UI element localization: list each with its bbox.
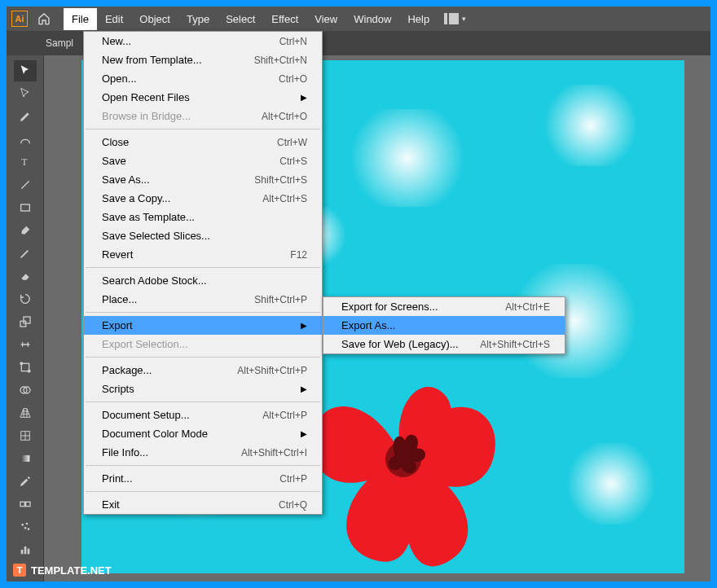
file-menu-save-a-copy[interactable]: Save a Copy...Alt+Ctrl+S	[84, 189, 322, 208]
svg-rect-16	[20, 502, 24, 506]
svg-point-9	[28, 370, 30, 372]
file-menu-save[interactable]: SaveCtrl+S	[84, 151, 322, 170]
file-menu-browse-in-bridge: Browse in Bridge...Alt+Ctrl+O	[84, 107, 322, 125]
file-menu-new[interactable]: New...Ctrl+N	[84, 32, 322, 50]
menu-object[interactable]: Object	[131, 8, 178, 30]
watermark-text: TEMPLATE.NET	[31, 564, 112, 577]
file-menu-file-info[interactable]: File Info...Alt+Shift+Ctrl+I	[84, 443, 322, 462]
home-button[interactable]	[34, 9, 54, 29]
file-menu-save-selected-slices[interactable]: Save Selected Slices...	[84, 226, 322, 245]
svg-rect-0	[444, 13, 447, 24]
svg-rect-22	[20, 550, 23, 554]
menu-type[interactable]: Type	[178, 8, 218, 30]
perspective-grid-tool[interactable]	[14, 402, 37, 423]
svg-rect-17	[25, 502, 29, 506]
paintbrush-tool[interactable]	[14, 220, 37, 241]
svg-rect-1	[449, 13, 459, 24]
svg-rect-6	[24, 317, 30, 323]
svg-rect-15	[20, 455, 29, 462]
file-menu-close[interactable]: CloseCtrl+W	[84, 133, 322, 151]
menu-help[interactable]: Help	[399, 8, 438, 30]
file-menu-new-from-template[interactable]: New from Template...Shift+Ctrl+N	[84, 50, 322, 69]
chevron-right-icon: ▶	[301, 93, 307, 102]
eyedropper-tool[interactable]	[14, 471, 37, 492]
export-submenu-save-for-web-legacy[interactable]: Save for Web (Legacy)...Alt+Shift+Ctrl+S	[323, 335, 565, 353]
column-graph-tool[interactable]	[14, 539, 37, 560]
chevron-right-icon: ▶	[301, 384, 307, 393]
file-menu-export-selection: Export Selection...	[84, 335, 322, 353]
file-menu-revert[interactable]: RevertF12	[84, 245, 322, 264]
svg-rect-23	[24, 546, 26, 554]
svg-rect-24	[27, 549, 29, 555]
export-submenu-export-as[interactable]: Export As...	[323, 316, 565, 335]
watermark-icon: T	[13, 564, 26, 577]
file-menu-document-setup[interactable]: Document Setup...Alt+Ctrl+P	[84, 406, 322, 424]
direct-selection-tool[interactable]	[14, 83, 37, 104]
menu-select[interactable]: Select	[218, 8, 263, 30]
rotate-tool[interactable]	[14, 288, 37, 309]
tool-panel: T	[7, 55, 44, 581]
file-menu-open-recent-files[interactable]: Open Recent Files▶	[84, 88, 322, 107]
selection-tool[interactable]	[14, 60, 37, 81]
svg-point-19	[25, 523, 28, 525]
menu-edit[interactable]: Edit	[97, 8, 131, 30]
file-menu-place[interactable]: Place...Shift+Ctrl+P	[84, 290, 322, 309]
file-menu-dropdown: New...Ctrl+NNew from Template...Shift+Ct…	[83, 31, 323, 515]
mesh-tool[interactable]	[14, 425, 37, 446]
gradient-tool[interactable]	[14, 448, 37, 469]
svg-point-21	[27, 528, 29, 530]
document-tab[interactable]: Sampl	[46, 37, 73, 49]
file-menu-exit[interactable]: ExitCtrl+Q	[84, 495, 322, 514]
scale-tool[interactable]	[14, 311, 37, 332]
curvature-tool[interactable]	[14, 129, 37, 150]
svg-point-8	[20, 362, 23, 365]
menu-view[interactable]: View	[306, 8, 345, 30]
blend-tool[interactable]	[14, 494, 37, 515]
pencil-tool[interactable]	[14, 243, 37, 264]
free-transform-tool[interactable]	[14, 357, 37, 378]
file-menu-export[interactable]: Export▶	[84, 316, 322, 335]
file-menu-scripts[interactable]: Scripts▶	[84, 380, 322, 398]
file-menu-package[interactable]: Package...Alt+Shift+Ctrl+P	[84, 361, 322, 380]
menu-effect[interactable]: Effect	[263, 8, 306, 30]
svg-text:T: T	[21, 156, 28, 168]
menu-file[interactable]: File	[64, 8, 97, 30]
app-logo: Ai	[11, 11, 28, 27]
file-menu-save-as-template[interactable]: Save as Template...	[84, 208, 322, 226]
chevron-right-icon: ▶	[301, 321, 307, 330]
pen-tool[interactable]	[14, 106, 37, 127]
file-menu-save-as[interactable]: Save As...Shift+Ctrl+S	[84, 170, 322, 189]
export-submenu-export-for-screens[interactable]: Export for Screens...Alt+Ctrl+E	[323, 297, 565, 316]
export-submenu: Export for Screens...Alt+Ctrl+EExport As…	[323, 296, 565, 354]
file-menu-search-adobe-stock[interactable]: Search Adobe Stock...	[84, 271, 322, 290]
svg-line-3	[21, 181, 29, 188]
type-tool[interactable]: T	[14, 151, 37, 173]
svg-rect-4	[20, 204, 29, 211]
symbol-sprayer-tool[interactable]	[14, 516, 37, 538]
line-tool[interactable]	[14, 174, 37, 195]
workspace-switcher[interactable]: ▾	[444, 13, 466, 24]
width-tool[interactable]	[14, 334, 37, 355]
rectangle-tool[interactable]	[14, 197, 37, 218]
file-menu-open[interactable]: Open...Ctrl+O	[84, 69, 322, 88]
eraser-tool[interactable]	[14, 265, 37, 287]
menu-window[interactable]: Window	[345, 8, 399, 30]
shape-builder-tool[interactable]	[14, 380, 37, 401]
chevron-right-icon: ▶	[301, 429, 307, 438]
svg-point-20	[24, 527, 26, 529]
file-menu-document-color-mode[interactable]: Document Color Mode▶	[84, 424, 322, 443]
menubar: Ai File Edit Object Type Select Effect V…	[7, 7, 710, 31]
watermark: T TEMPLATE.NET	[13, 564, 112, 577]
svg-point-18	[21, 524, 24, 526]
file-menu-print[interactable]: Print...Ctrl+P	[84, 469, 322, 488]
